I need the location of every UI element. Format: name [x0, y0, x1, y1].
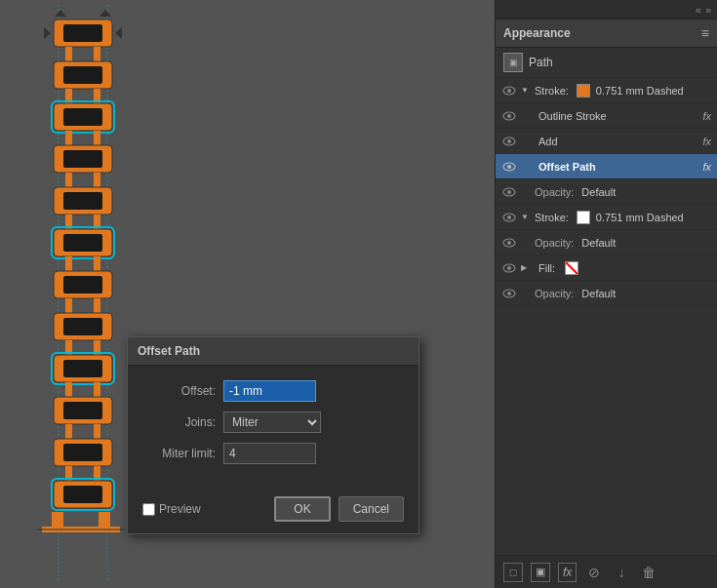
- eye-icon-stroke1[interactable]: [501, 85, 517, 97]
- svg-rect-3: [63, 24, 102, 42]
- stroke1-row[interactable]: ▼ Stroke: 0.751 mm Dashed: [496, 78, 717, 103]
- svg-marker-5: [115, 27, 122, 39]
- trash-button[interactable]: 🗑: [639, 563, 658, 582]
- joins-row: Joins: Miter Round Bevel: [142, 412, 404, 433]
- panel-menu-icon[interactable]: ≡: [701, 25, 709, 41]
- svg-rect-31: [94, 256, 100, 271]
- outline-stroke-fx[interactable]: fx: [702, 110, 711, 122]
- svg-rect-33: [63, 276, 102, 294]
- svg-rect-47: [63, 402, 102, 419]
- svg-rect-49: [94, 424, 100, 439]
- offset-label: Offset:: [142, 384, 216, 398]
- chevron-stroke1[interactable]: ▼: [521, 86, 531, 95]
- ok-button[interactable]: OK: [274, 496, 330, 522]
- collapse-right-icon[interactable]: »: [705, 4, 711, 16]
- stroke2-row[interactable]: ▼ Stroke: 0.751 mm Dashed: [496, 205, 717, 230]
- svg-rect-7: [94, 47, 100, 61]
- panel-toolbar: □ ▣ fx ⊘ ↓ 🗑: [496, 555, 717, 588]
- svg-rect-20: [65, 173, 72, 187]
- duplicate-button[interactable]: ▣: [531, 563, 550, 582]
- outline-stroke-label: Outline Stroke: [538, 110, 607, 122]
- svg-marker-4: [44, 27, 51, 39]
- opacity1-row[interactable]: Opacity: Default: [496, 179, 717, 205]
- svg-rect-45: [94, 382, 100, 397]
- dialog-body: Offset: Joins: Miter Round Bevel Miter l…: [128, 366, 418, 489]
- move-down-button[interactable]: ↓: [612, 563, 631, 582]
- svg-rect-30: [65, 256, 72, 271]
- offset-path-row[interactable]: Offset Path fx: [496, 154, 717, 179]
- svg-rect-42: [63, 360, 102, 377]
- opacity2-row[interactable]: Opacity: Default: [496, 230, 717, 255]
- svg-point-67: [507, 114, 511, 118]
- panel-header: Appearance ≡: [496, 20, 717, 48]
- fill-row[interactable]: ▶ Fill:: [496, 255, 717, 281]
- svg-rect-16: [65, 131, 72, 145]
- svg-marker-62: [55, 10, 66, 17]
- add-row[interactable]: Add fx: [496, 129, 717, 154]
- offset-path-dialog: Offset Path Offset: Joins: Miter Round B…: [127, 336, 419, 534]
- svg-rect-14: [63, 108, 102, 126]
- svg-rect-21: [94, 173, 100, 187]
- appearance-panel: « » Appearance ≡ ▣ Path ▼ Stroke: 0.751 …: [495, 0, 717, 588]
- svg-rect-34: [65, 298, 72, 313]
- eye-icon-outline[interactable]: [501, 110, 517, 122]
- chain-illustration: [29, 5, 137, 580]
- eye-icon-stroke2[interactable]: [501, 212, 517, 223]
- offset-row: Offset:: [142, 380, 404, 402]
- miter-row: Miter limit:: [142, 443, 404, 464]
- miter-label: Miter limit:: [142, 447, 216, 460]
- preview-checkbox[interactable]: [142, 503, 155, 516]
- dialog-buttons: OK Cancel: [274, 496, 404, 522]
- miter-input[interactable]: [223, 443, 316, 464]
- fx-button[interactable]: fx: [558, 563, 577, 582]
- preview-label: Preview: [159, 502, 201, 516]
- svg-rect-9: [63, 66, 102, 84]
- svg-point-77: [507, 241, 511, 245]
- svg-rect-6: [65, 47, 72, 61]
- outline-stroke-row[interactable]: Outline Stroke fx: [496, 103, 717, 129]
- offset-input[interactable]: [223, 380, 316, 402]
- eye-icon-fill[interactable]: [501, 262, 517, 274]
- stroke1-label: Stroke:: [535, 85, 569, 97]
- panel-title: Appearance: [503, 26, 571, 40]
- eye-icon-opacity3[interactable]: [501, 288, 517, 299]
- svg-rect-48: [65, 424, 72, 439]
- joins-label: Joins:: [142, 415, 216, 429]
- chevron-stroke2[interactable]: ▼: [521, 213, 531, 221]
- svg-rect-37: [63, 318, 102, 335]
- offset-path-label: Offset Path: [538, 161, 596, 173]
- delete-effect-button[interactable]: ⊘: [584, 563, 604, 582]
- svg-rect-44: [65, 382, 72, 397]
- path-label: Path: [529, 56, 553, 69]
- dialog-title: Offset Path: [138, 344, 200, 358]
- svg-rect-19: [63, 150, 102, 168]
- svg-point-71: [507, 165, 511, 169]
- svg-point-75: [507, 216, 511, 219]
- eye-icon-opacity1[interactable]: [501, 186, 517, 198]
- path-icon: ▣: [503, 53, 523, 72]
- opacity3-row[interactable]: Opacity: Default: [496, 281, 717, 306]
- eye-icon-opacity2[interactable]: [501, 237, 517, 249]
- svg-point-79: [507, 266, 511, 270]
- svg-rect-51: [63, 444, 102, 461]
- eye-icon-add[interactable]: [501, 136, 517, 147]
- svg-line-80: [566, 262, 578, 275]
- preview-container: Preview: [142, 502, 201, 516]
- collapse-left-icon[interactable]: «: [696, 4, 701, 16]
- joins-select[interactable]: Miter Round Bevel: [223, 412, 321, 433]
- add-label: Add: [538, 136, 558, 147]
- stroke2-color[interactable]: [577, 211, 590, 224]
- svg-rect-23: [63, 192, 102, 210]
- stroke1-color[interactable]: [577, 84, 590, 98]
- cancel-button[interactable]: Cancel: [339, 496, 404, 522]
- svg-point-65: [507, 89, 511, 93]
- chevron-fill[interactable]: ▶: [521, 263, 531, 272]
- svg-rect-35: [94, 298, 100, 313]
- add-fx[interactable]: fx: [702, 136, 711, 147]
- offset-path-fx[interactable]: fx: [702, 161, 711, 173]
- svg-rect-17: [94, 131, 100, 145]
- eye-icon-offset[interactable]: [501, 161, 517, 173]
- fill-swatch[interactable]: [565, 261, 578, 275]
- svg-rect-28: [63, 234, 102, 252]
- new-item-button[interactable]: □: [503, 563, 523, 582]
